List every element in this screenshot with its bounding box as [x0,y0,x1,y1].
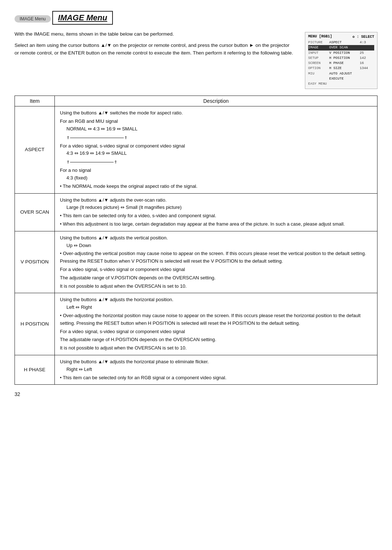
intro-text: With the IMAGE menu, items shown in the … [15,31,295,57]
table-row: H POSITIONUsing the buttons ▲/▼ adjusts … [15,293,377,355]
menu-row: PICTUREASPECT4:3 [308,40,374,45]
table-cell-desc: Using the buttons ▲/▼ switches the mode … [55,106,377,193]
table-cell-desc: Using the buttons ▲/▼ adjusts the horizo… [55,355,377,384]
desc-note: It is not possible to adjust when the OV… [60,344,372,352]
table-cell-item: H POSITION [15,293,55,355]
desc-note: The adjustable range of H.POSITION depen… [60,336,372,344]
desc-note: It is not possible to adjust when the OV… [60,283,372,290]
menu-row: SCREENH PHASE16 [308,61,374,66]
desc-bullet: • Over-adjusting the horizontal position… [60,312,372,327]
table-cell-item: ASPECT [15,106,55,193]
desc-note: For an RGB and MIU signal [60,118,372,125]
menu-header-right: ✿ : SELECT [352,35,374,39]
page-title: IMAGE Menu [58,13,107,23]
intro-section: With the IMAGE menu, items shown in the … [15,31,377,89]
desc-note: The adjustable range of V.POSITION depen… [60,274,372,282]
desc-line: Using the buttons ▲/▼ switches the mode … [60,109,372,117]
menu-header-left: MENU [RGB1] [308,35,332,39]
desc-cycle-line: Up ⇔ Down [66,242,372,250]
desc-line: Using the buttons ▲/▼ adjusts the horizo… [60,296,372,304]
desc-bullet: • Over-adjusting the vertical position m… [60,250,372,265]
table-cell-desc: Using the buttons ▲/▼ adjusts the horizo… [55,293,377,355]
desc-line: Using the buttons ▲/▼ adjusts the over-s… [60,197,372,204]
menu-row: MIUAUTO ADJUST EXECUTE [308,71,374,82]
menu-row: IMAGEOVER SCAN5 [308,45,374,50]
table-cell-item: H PHASE [15,355,55,384]
table-cell-desc: Using the buttons ▲/▼ adjusts the over-s… [55,193,377,231]
main-table: Item Description ASPECTUsing the buttons… [15,96,377,385]
menu-row: EASY MENU [308,81,374,86]
desc-note: For a video signal, s-video signal or co… [60,266,372,274]
desc-note: For a video signal, s-video signal or co… [60,328,372,336]
menu-screenshot: MENU [RGB1] ✿ : SELECT PICTUREASPECT4:3I… [305,32,377,89]
table-row: V POSITIONUsing the buttons ▲/▼ adjusts … [15,231,377,293]
desc-note: For a no signal [60,167,372,174]
desc-cycle-line: NORMAL ⇔ 4:3 ⇔ 16:9 ⇔ SMALL [66,125,372,133]
desc-note: For a video signal, s-video signal or co… [60,142,372,150]
desc-cycle-line: Large (It reduces picture) ⇔ Small (It m… [66,204,372,211]
col-header-item: Item [15,96,55,106]
table-row: H PHASEUsing the buttons ▲/▼ adjusts the… [15,355,377,384]
intro-para2: Select an item using the cursor buttons … [15,42,295,57]
desc-cycle-line: 4:3 ⇔ 16:9 ⇔ 14:9 ⇔ SMALL [66,150,372,157]
desc-bullet: • When this adjustment is too large, cer… [60,221,372,228]
page-title-box: IMAGE Menu [52,11,113,25]
table-row: ASPECTUsing the buttons ▲/▼ switches the… [15,106,377,193]
desc-bullet: • This item can be selected only for an … [60,374,372,382]
desc-bullet: • The NORMAL mode keeps the original asp… [60,183,372,190]
desc-cycle-line: Right ⇔ Left [66,366,372,373]
cycle-diagram-rgb: ⇑⇑ [66,134,372,141]
desc-cycle-line: Left ⇔ Right [66,304,372,311]
table-cell-item: V POSITION [15,231,55,293]
table-cell-desc: Using the buttons ▲/▼ adjusts the vertic… [55,231,377,293]
desc-line: Using the buttons ▲/▼ adjusts the vertic… [60,234,372,242]
breadcrumb: IMAGE Menu [15,15,51,23]
desc-line: Using the buttons ▲/▼ adjusts the horizo… [60,358,372,366]
cycle-diagram-video: ⇑⇑ [66,158,372,166]
table-cell-item: OVER SCAN [15,193,55,231]
table-row: OVER SCANUsing the buttons ▲/▼ adjusts t… [15,193,377,231]
menu-row: INPUTV POSITION25 [308,50,374,56]
menu-row: SETUPH POSITION142 [308,56,374,61]
desc-fixed: 4:3 (fixed) [66,174,372,182]
desc-bullet: • This item can be selected only for a v… [60,212,372,220]
intro-para1: With the IMAGE menu, items shown in the … [15,31,295,38]
page-number: 32 [15,391,377,397]
col-header-desc: Description [55,96,377,106]
menu-row: OPTIONH SIZE1344 [308,66,374,71]
